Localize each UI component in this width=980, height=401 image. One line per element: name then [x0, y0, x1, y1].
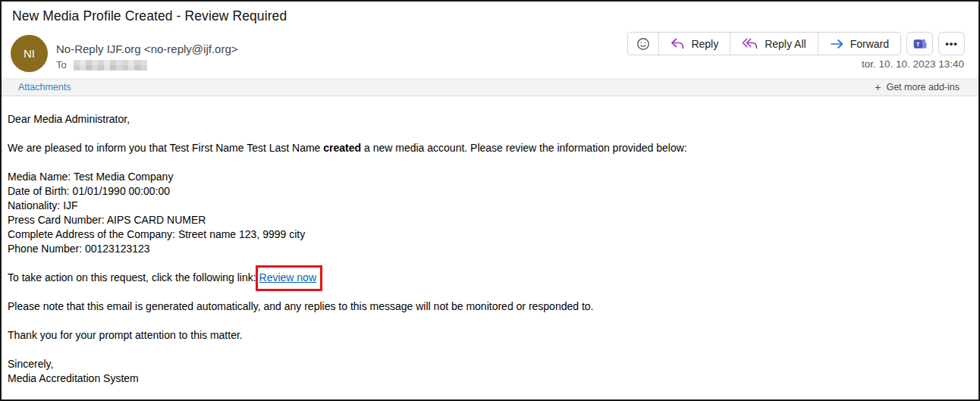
email-subject: New Media Profile Created - Review Requi… — [12, 8, 287, 24]
detail-nationality: Nationality: IJF — [8, 199, 963, 213]
sender-avatar[interactable]: NI — [11, 35, 48, 72]
get-more-addins-button[interactable]: + Get more add-ins — [875, 81, 960, 93]
email-reading-pane: New Media Profile Created - Review Requi… — [0, 0, 980, 401]
reply-button[interactable]: Reply — [658, 33, 730, 55]
reply-icon — [671, 38, 685, 49]
get-more-addins-label: Get more add-ins — [886, 82, 960, 92]
received-date: tor. 10. 10. 2023 13:40 — [862, 58, 964, 70]
reply-all-icon — [742, 38, 759, 49]
review-link-annotated: Review now — [259, 271, 316, 285]
detail-phone: Phone Number: 00123123123 — [8, 242, 963, 256]
detail-date-of-birth: Date of Birth: 01/01/1990 00:00:00 — [8, 184, 963, 199]
reply-button-group: Reply Reply All — [627, 32, 901, 55]
message-body: Dear Media Administrator, We are pleased… — [8, 112, 963, 386]
reply-all-button[interactable]: Reply All — [730, 33, 817, 55]
plus-icon: + — [875, 81, 881, 93]
intro-text-before: We are pleased to inform you that Test F… — [8, 142, 323, 154]
open-in-teams-button[interactable]: T — [906, 32, 933, 55]
auto-note-line: Please note that this email is generated… — [8, 299, 963, 314]
svg-text:T: T — [916, 41, 919, 48]
detail-address: Complete Address of the Company: Street … — [8, 227, 963, 242]
thanks-line: Thank you for your prompt attention to t… — [8, 328, 963, 343]
ellipsis-icon: ••• — [945, 38, 958, 49]
intro-text-after: a new media account. Please review the i… — [361, 142, 687, 154]
forward-label: Forward — [850, 38, 889, 50]
action-line: To take action on this request, click th… — [8, 271, 963, 285]
teams-icon: T — [912, 36, 928, 52]
message-toolbar: Reply Reply All — [627, 32, 965, 55]
forward-button[interactable]: Forward — [818, 33, 900, 55]
intro-line: We are pleased to inform you that Test F… — [8, 141, 963, 155]
forward-icon — [830, 39, 844, 49]
detail-press-card: Press Card Number: AIPS CARD NUMER — [8, 213, 963, 227]
signature-block: Sincerely, Media Accreditation System — [8, 357, 963, 386]
reactions-button[interactable] — [628, 33, 658, 55]
attachments-link[interactable]: Attachments — [18, 82, 71, 92]
reply-label: Reply — [691, 38, 718, 50]
reply-all-label: Reply All — [765, 38, 806, 50]
signature-line: Media Accreditation System — [8, 371, 963, 386]
sender-name[interactable]: No-Reply IJF.org <no-reply@ijf.org> — [56, 42, 238, 55]
recipient-row: To — [56, 59, 147, 70]
smiley-icon — [636, 37, 650, 51]
attachments-bar: Attachments + Get more add-ins — [2, 78, 978, 96]
to-label: To — [56, 59, 67, 70]
more-actions-button[interactable]: ••• — [938, 32, 965, 55]
detail-media-name: Media Name: Test Media Company — [8, 170, 963, 184]
intro-bold-word: created — [323, 142, 361, 154]
review-now-link[interactable]: Review now — [259, 271, 316, 284]
profile-details-block: Media Name: Test Media Company Date of B… — [8, 170, 963, 256]
recipient-redacted — [74, 60, 147, 70]
greeting-line: Dear Media Administrator, — [8, 112, 963, 127]
action-text: To take action on this request, click th… — [8, 271, 259, 284]
signoff-line: Sincerely, — [8, 357, 963, 371]
